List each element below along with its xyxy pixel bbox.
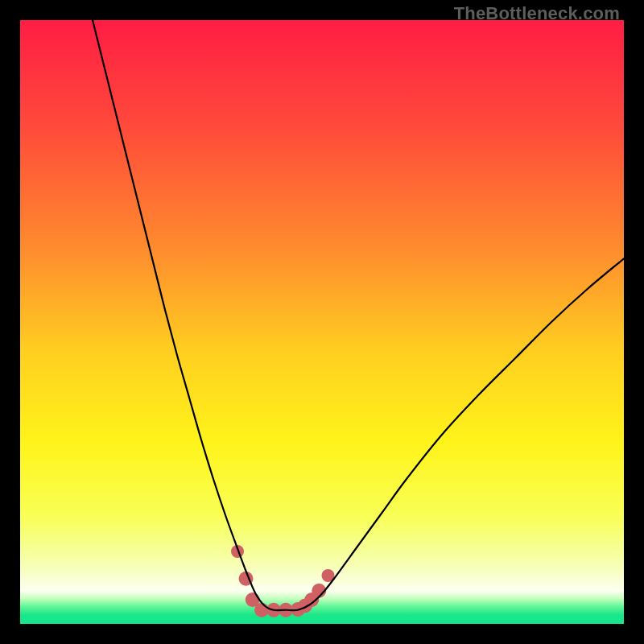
plot-area bbox=[20, 20, 624, 624]
gradient-background bbox=[20, 20, 624, 624]
bottleneck-chart bbox=[20, 20, 624, 624]
outer-frame: TheBottleneck.com bbox=[0, 0, 644, 644]
